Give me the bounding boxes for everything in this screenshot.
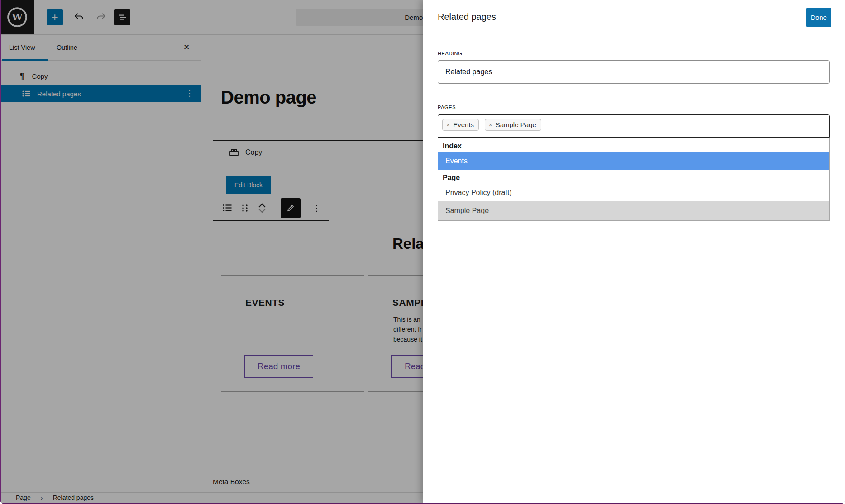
- modal-header: Related pages Done: [423, 0, 845, 35]
- selected-tag-sample-page[interactable]: ×Sample Page: [485, 119, 541, 131]
- tag-label: Events: [453, 121, 474, 128]
- remove-tag-icon[interactable]: ×: [489, 121, 492, 128]
- dropdown-option-events[interactable]: Events: [438, 152, 829, 170]
- tag-label: Sample Page: [496, 121, 536, 128]
- wordpress-editor-window: W +: [0, 0, 845, 504]
- heading-input[interactable]: Related pages: [438, 60, 830, 84]
- pages-multiselect[interactable]: ×Events ×Sample Page: [438, 114, 830, 138]
- dropdown-group-page: Page: [438, 170, 829, 184]
- window-frame-left: [0, 0, 1, 504]
- selected-tag-events[interactable]: ×Events: [442, 119, 479, 131]
- done-button[interactable]: Done: [806, 8, 831, 27]
- dropdown-group-index: Index: [438, 138, 829, 152]
- related-pages-modal: Related pages Done HEADING Related pages…: [423, 0, 845, 503]
- dropdown-option-privacy-policy[interactable]: Privacy Policy (draft): [438, 184, 829, 201]
- modal-title: Related pages: [438, 12, 496, 22]
- pages-dropdown: Index Events Page Privacy Policy (draft)…: [438, 138, 830, 221]
- pages-field-label: PAGES: [438, 105, 456, 110]
- dropdown-option-sample-page[interactable]: Sample Page: [438, 201, 829, 220]
- remove-tag-icon[interactable]: ×: [446, 121, 450, 128]
- heading-field-label: HEADING: [438, 51, 462, 56]
